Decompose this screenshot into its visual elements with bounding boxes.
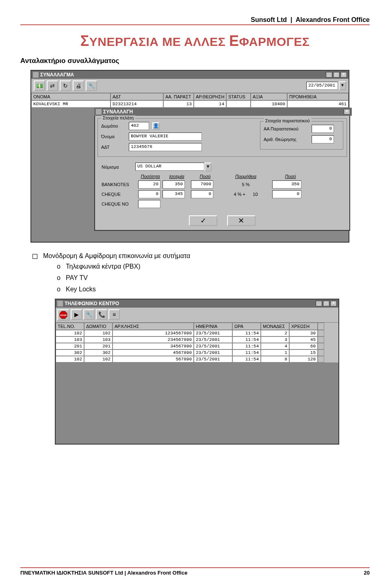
- col-charge[interactable]: ΧΡΕΩΣΗ: [289, 323, 318, 330]
- chequeno-label: CHEQUE NO: [102, 202, 138, 206]
- exchange-titlebar[interactable]: ΣΥΝΑΛΛΑΓΜΑ _ □ ×: [31, 71, 349, 79]
- list-icon[interactable]: ≡: [108, 309, 120, 320]
- page-header: Sunsoft Ltd | Alexandros Front Office: [20, 16, 370, 24]
- col-units[interactable]: ΜΟΝΑΔΕΣ: [261, 323, 289, 330]
- bullet-square-icon: [32, 254, 37, 259]
- customer-fieldset-label: Στοιχεία πελάτη: [101, 115, 135, 120]
- ok-button[interactable]: ✓: [189, 215, 217, 226]
- exchange-grid: ΟΝΟΜΑ ΑΔΤ ΑΑ. ΠΑΡΑΣΤ ΑΡ.ΘΕΩΡΗΣΗ STATUS Α…: [31, 93, 349, 108]
- header-product: Alexandros Front Office: [296, 16, 370, 23]
- currency-select[interactable]: US DOLLAR: [135, 163, 204, 171]
- adt-input[interactable]: 12345678: [129, 143, 202, 151]
- transaction-close-button[interactable]: ×: [344, 109, 350, 115]
- cheque-final[interactable]: 0: [272, 190, 301, 198]
- col-telno[interactable]: TEL.NO.: [56, 323, 84, 330]
- adt-label: ΑΔΤ: [101, 145, 126, 150]
- wrench-icon[interactable]: 🔧: [83, 309, 95, 320]
- table-row[interactable]: 102102123456789023/5/200111:54230: [56, 330, 338, 336]
- col-name[interactable]: ΟΝΟΜΑ: [31, 93, 110, 100]
- pbx-titlebar[interactable]: ΤΗΛΕΦΩΝΙΚΟ ΚΕΝΤΡΟ _ □ ×: [56, 299, 338, 308]
- pbx-scrollbar[interactable]: [318, 323, 324, 330]
- cheque-amount[interactable]: 0: [191, 190, 213, 198]
- room-input[interactable]: 402: [129, 122, 149, 130]
- print-icon[interactable]: 🖨: [73, 80, 84, 91]
- doc-aa-input[interactable]: 0: [312, 125, 334, 133]
- doc-fieldset: Στοιχεία παραστατικού ΑΑ Παραστατικού 0 …: [260, 121, 343, 150]
- col-date[interactable]: ΗΜΕΡ/ΝΙΑ: [194, 323, 232, 330]
- pbx-maximize-button[interactable]: □: [323, 301, 329, 306]
- cheque-label: CHEQUE: [102, 192, 138, 197]
- maximize-button[interactable]: □: [333, 72, 340, 78]
- cell-theor[interactable]: 14: [194, 100, 226, 108]
- exchange-toolbar: 💵 ⇄ ↻ 🖨 🔧 22/05/2001 ▼: [31, 79, 349, 93]
- cancel-button[interactable]: ✕: [227, 215, 256, 226]
- currency-dropdown-icon[interactable]: ▼: [204, 163, 212, 171]
- col-parast[interactable]: ΑΑ. ΠΑΡΑΣΤ: [163, 93, 194, 100]
- svg-text:STOP: STOP: [60, 314, 67, 317]
- minimize-button[interactable]: _: [326, 72, 332, 78]
- table-row[interactable]: 302302456789023/5/200111:54115: [56, 349, 338, 356]
- col-rate: Ισοτιμία: [162, 174, 191, 179]
- banknotes-comm: 5 %: [219, 182, 272, 187]
- col-comm: Προμήθεια: [219, 174, 272, 179]
- money-icon[interactable]: 💵: [34, 80, 45, 91]
- close-button[interactable]: ×: [340, 72, 347, 78]
- convert-icon[interactable]: ⇄: [47, 80, 58, 91]
- col-status[interactable]: STATUS: [226, 93, 251, 100]
- banknotes-qty[interactable]: 20: [138, 180, 160, 189]
- doc-aa-label: ΑΑ Παραστατικού: [264, 126, 308, 131]
- table-row[interactable]: 10310323456789023/5/200111:54345: [56, 336, 338, 343]
- pbx-close-button[interactable]: ×: [330, 301, 337, 306]
- room-lookup-icon[interactable]: 👤: [152, 122, 160, 130]
- cheque-rate[interactable]: 345: [162, 190, 185, 198]
- stop-button[interactable]: STOP: [57, 309, 69, 321]
- name-input[interactable]: BOWYER VALERIE: [129, 132, 202, 141]
- col-adt[interactable]: ΑΔΤ: [110, 93, 163, 100]
- doc-theor-input[interactable]: 0: [312, 135, 334, 143]
- date-dropdown-icon[interactable]: ▼: [339, 81, 346, 90]
- phone-icon[interactable]: 📞: [96, 309, 107, 320]
- col-room[interactable]: ΔΩΜΑΤΙΟ: [84, 323, 113, 330]
- transaction-app-icon: [96, 109, 102, 115]
- name-label: Όνομα: [101, 134, 126, 139]
- col-prom[interactable]: ΠΡΟΜΗΘΕΙΑ: [287, 93, 349, 100]
- settings-icon[interactable]: 🔧: [86, 80, 97, 91]
- cell-name[interactable]: KOVALEVSKI MR: [31, 100, 110, 108]
- cheque-qty[interactable]: 0: [138, 190, 160, 198]
- date-input[interactable]: 22/05/2001: [306, 82, 338, 90]
- banknotes-rate[interactable]: 350: [162, 180, 185, 189]
- currency-label: Νόμισμα: [102, 165, 132, 169]
- banknotes-amount[interactable]: 7000: [191, 180, 213, 189]
- footer-text: ΠΝΕΥΜΑΤΙΚΗ ΙΔΙΟΚΤΗΣΙΑ SUNSOFT Ltd | Alex…: [20, 570, 187, 576]
- cell-axia[interactable]: 10400: [251, 100, 287, 108]
- header-company: Sunsoft Ltd: [251, 16, 287, 23]
- table-row[interactable]: 2012013456789023/5/200111:54460: [56, 343, 338, 349]
- cell-status[interactable]: [226, 100, 251, 108]
- transaction-window-title: ΣΥΝΑΛΛΑΓΗ: [103, 109, 133, 115]
- section-subtitle: Ανταλακτήριο συναλλάγματος: [20, 57, 370, 65]
- banknotes-label: BANKNOTES: [102, 182, 138, 187]
- col-callno[interactable]: ΑΡ.ΚΛΗΣΗΣ: [113, 323, 194, 330]
- cell-parast[interactable]: 13: [163, 100, 194, 108]
- col-time[interactable]: ΩΡΑ: [232, 323, 261, 330]
- bullet-main: Μονόδρομη & Αμφίδρομη επικοινωνία με συτ…: [43, 252, 190, 260]
- cell-prom[interactable]: 461: [287, 100, 349, 108]
- table-row[interactable]: 10210256789023/5/200111:548120: [56, 356, 338, 362]
- header-divider: [20, 24, 370, 25]
- play-icon[interactable]: ▶: [71, 309, 82, 320]
- app-icon: [33, 72, 39, 78]
- col-theor[interactable]: ΑΡ.ΘΕΩΡΗΣΗ: [194, 93, 226, 100]
- stop-icon: STOP: [59, 310, 68, 319]
- col-qty: Ποσότητα: [138, 174, 162, 179]
- banknotes-final[interactable]: 350: [272, 180, 301, 189]
- sub-bullet-1: oPAY TV: [57, 274, 370, 282]
- pbx-minimize-button[interactable]: _: [316, 301, 322, 306]
- chequeno-input[interactable]: [138, 200, 160, 208]
- cell-adt[interactable]: D23213214: [110, 100, 163, 108]
- refresh-icon[interactable]: ↻: [60, 80, 71, 91]
- pbx-window-title: ΤΗΛΕΦΩΝΙΚΟ ΚΕΝΤΡΟ: [65, 301, 119, 306]
- exchange-window: ΣΥΝΑΛΛΑΓΜΑ _ □ × 💵 ⇄ ↻ 🖨 🔧 22/05/2001 ▼: [30, 70, 349, 243]
- col-axia[interactable]: ΑΞΙΑ: [251, 93, 287, 100]
- transaction-titlebar[interactable]: ΣΥΝΑΛΛΑΓΗ ×: [94, 108, 352, 116]
- pbx-app-icon: [57, 301, 63, 306]
